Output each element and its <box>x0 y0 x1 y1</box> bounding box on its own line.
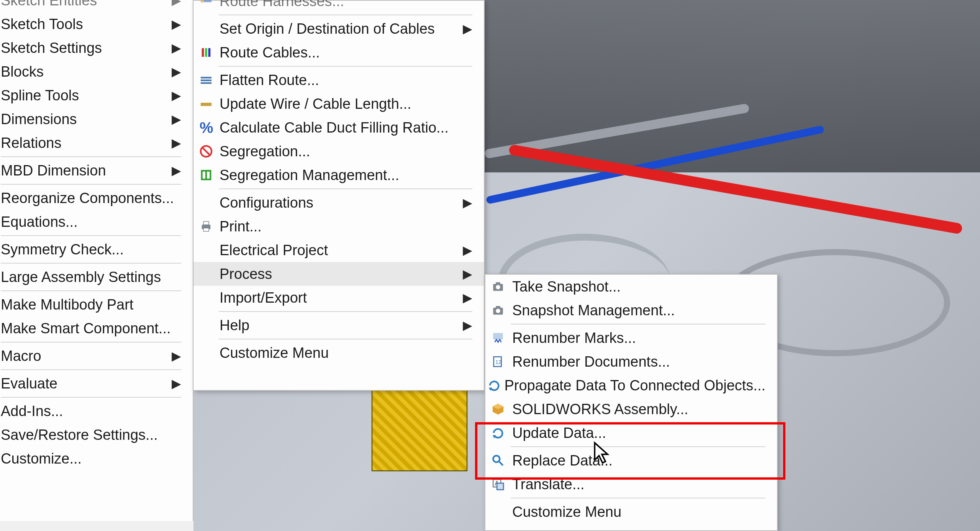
camera-icon <box>492 280 505 293</box>
translate-icon: A <box>492 478 505 491</box>
menu-item-label: Process <box>219 266 463 282</box>
svg-rect-22 <box>493 333 503 339</box>
menu-item-label: Customize... <box>1 451 181 467</box>
harness-icon <box>200 0 213 8</box>
menu-separator <box>1 156 181 157</box>
menu-separator <box>219 311 472 312</box>
menu-item-equations[interactable]: Equations... <box>0 210 193 234</box>
camera-icon <box>492 304 505 317</box>
menu-item-add-ins[interactable]: Add-Ins... <box>0 399 193 423</box>
menu-item-label: Segregation Management... <box>219 167 472 184</box>
menu-item-label: Make Smart Component... <box>1 320 181 337</box>
menu-item-label: Propagate Data To Connected Objects... <box>503 377 765 394</box>
print-icon <box>200 220 213 233</box>
menu-item-label: Route Harnesses... <box>219 0 472 10</box>
menu-item-customize-menu[interactable]: Customize Menu <box>193 341 484 365</box>
menu-item-set-origin[interactable]: Set Origin / Destination of Cables▶ <box>193 17 484 41</box>
flatten-icon <box>200 74 213 87</box>
menu-item-propagate-data[interactable]: Propagate Data To Connected Objects... <box>485 374 777 397</box>
submenu-arrow-icon: ▶ <box>172 136 181 150</box>
submenu-arrow-icon: ▶ <box>172 0 181 8</box>
menu-item-calc-duct[interactable]: %Calculate Cable Duct Filling Ratio... <box>193 116 484 139</box>
menu-item-evaluate[interactable]: Evaluate▶ <box>0 372 193 395</box>
menu-item-save-restore[interactable]: Save/Restore Settings... <box>0 423 193 447</box>
menu-item-label: Help <box>219 317 463 334</box>
menu-item-process[interactable]: Process▶ <box>193 262 484 286</box>
menu-item-customize-menu-3[interactable]: Customize Menu <box>485 500 777 524</box>
menu-item-take-snapshot[interactable]: Take Snapshot... <box>485 275 777 298</box>
cables-icon <box>200 46 213 59</box>
svg-point-17 <box>496 285 500 289</box>
submenu-process: Take Snapshot... Snapshot Management... … <box>485 274 778 531</box>
menu-item-relations[interactable]: Relations▶ <box>0 131 193 155</box>
menu-item-electrical-project[interactable]: Electrical Project▶ <box>193 238 484 262</box>
menu-item-segregation-mgmt[interactable]: Segregation Management... <box>193 163 484 187</box>
menu-item-spline-tools[interactable]: Spline Tools▶ <box>0 84 193 107</box>
menu-item-import-export[interactable]: Import/Export▶ <box>193 286 484 310</box>
menu-item-flatten-route[interactable]: Flatten Route... <box>193 68 484 92</box>
menu-item-help[interactable]: Help▶ <box>193 313 484 337</box>
menu-item-make-smart[interactable]: Make Smart Component... <box>0 316 193 340</box>
menu-separator <box>219 339 472 339</box>
menu-item-reorganize-components[interactable]: Reorganize Components... <box>0 186 193 210</box>
menu-item-mbd-dimension[interactable]: MBD Dimension▶ <box>0 159 193 182</box>
submenu-arrow-icon: ▶ <box>172 88 181 103</box>
svg-rect-18 <box>496 282 500 285</box>
menu-item-configurations[interactable]: Configurations▶ <box>193 191 484 215</box>
submenu-electrical: Route Harnesses... Set Origin / Destinat… <box>193 0 485 391</box>
menu-item-label: SOLIDWORKS Assembly... <box>511 401 765 418</box>
menu-item-dimensions[interactable]: Dimensions▶ <box>0 107 193 131</box>
svg-point-1 <box>201 0 204 3</box>
menu-item-macro[interactable]: Macro▶ <box>0 344 193 368</box>
menu-item-label: Snapshot Management... <box>511 302 765 319</box>
menu-item-segregation[interactable]: Segregation... <box>193 139 484 163</box>
segregation-mgmt-icon <box>200 169 213 182</box>
svg-rect-7 <box>201 82 211 84</box>
menu-item-label: Spline Tools <box>1 87 172 104</box>
menu-item-label: Take Snapshot... <box>511 279 765 295</box>
menu-item-symmetry-check[interactable]: Symmetry Check... <box>0 238 193 261</box>
menu-item-sketch-settings[interactable]: Sketch Settings▶ <box>0 36 193 60</box>
menu-item-customize[interactable]: Customize... <box>0 447 193 470</box>
submenu-arrow-icon: ▶ <box>172 41 181 55</box>
submenu-arrow-icon: ▶ <box>172 17 181 31</box>
menu-separator <box>1 235 181 236</box>
menu-item-label: Save/Restore Settings... <box>1 427 181 443</box>
menu-item-snapshot-mgmt[interactable]: Snapshot Management... <box>485 298 777 322</box>
menu-item-large-assembly[interactable]: Large Assembly Settings <box>0 265 193 289</box>
submenu-arrow-icon: ▶ <box>172 349 181 363</box>
menu-item-label: Make Multibody Part <box>1 297 181 313</box>
menu-item-make-multibody[interactable]: Make Multibody Part <box>0 293 193 316</box>
menu-item-label: Customize Menu <box>219 345 472 361</box>
menu-item-label: Evaluate <box>1 375 172 392</box>
submenu-arrow-icon: ▶ <box>463 21 472 36</box>
menu-separator <box>1 290 181 291</box>
menu-item-label: Large Assembly Settings <box>1 269 181 285</box>
menu-separator <box>219 15 472 15</box>
menu-item-solidworks-assembly[interactable]: SOLIDWORKS Assembly... <box>485 397 777 421</box>
menu-separator <box>1 263 181 264</box>
menu-item-update-wire[interactable]: Update Wire / Cable Length... <box>193 92 484 116</box>
menu-item-renumber-docs[interactable]: 12Renumber Documents... <box>485 350 777 374</box>
menu-item-blocks[interactable]: Blocks▶ <box>0 60 193 84</box>
model-yellow-component <box>372 387 467 471</box>
menu-item-label: Print... <box>219 218 472 235</box>
submenu-arrow-icon: ▶ <box>463 243 472 257</box>
submenu-arrow-icon: ▶ <box>463 195 472 210</box>
submenu-arrow-icon: ▶ <box>172 64 181 79</box>
menu-item-sketch-entities[interactable]: Sketch Entities▶ <box>0 0 193 12</box>
menu-item-route-harnesses[interactable]: Route Harnesses... <box>193 0 484 13</box>
svg-line-10 <box>202 148 210 155</box>
menu-item-route-cables[interactable]: Route Cables... <box>193 41 484 64</box>
menu-item-label: Renumber Marks... <box>511 330 765 346</box>
menu-item-label: Symmetry Check... <box>1 241 181 258</box>
menu-item-label: MBD Dimension <box>1 162 172 179</box>
update-wire-icon <box>200 97 213 110</box>
menu-item-print[interactable]: Print... <box>193 215 484 238</box>
menu-item-label: Blocks <box>1 64 172 80</box>
menu-item-sketch-tools[interactable]: Sketch Tools▶ <box>0 12 193 36</box>
menu-separator <box>511 324 765 324</box>
menu-tools: Sketch Entities▶ Sketch Tools▶ Sketch Se… <box>0 0 193 521</box>
svg-rect-2 <box>202 48 204 57</box>
menu-item-renumber-marks[interactable]: Renumber Marks... <box>485 326 777 350</box>
